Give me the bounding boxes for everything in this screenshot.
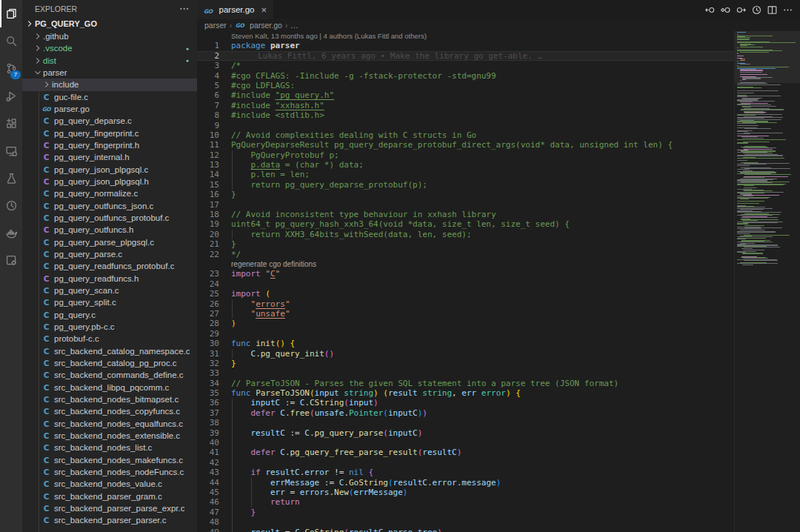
tree-item-file[interactable]: Cpg_query.c [22, 309, 197, 321]
tree-item-file[interactable]: Csrc_backend_catalog_namespace.c [22, 345, 197, 357]
line-number[interactable]: 5 [197, 81, 219, 90]
tree-item-file[interactable]: Csrc_backend_nodes_bitmapset.c [22, 393, 197, 405]
line-number[interactable]: 13 [197, 160, 219, 170]
code-line[interactable]: 24 [197, 279, 735, 289]
code-line[interactable]: 27 "unsafe" [197, 309, 735, 319]
line-number[interactable]: 26 [197, 299, 219, 309]
tree-item-file[interactable]: Cpg_query_outfuncs.h [22, 224, 197, 236]
code-line[interactable]: 31 C.pg_query_init() [197, 349, 735, 359]
code-line[interactable]: 15 return pg_query_deparse_protobuf(p); [197, 180, 735, 190]
line-number[interactable]: 33 [197, 368, 219, 378]
code-line[interactable]: 28) [197, 319, 735, 328]
line-number[interactable]: 7 [197, 101, 219, 110]
close-icon[interactable]: × [261, 5, 267, 15]
explorer-root-folder[interactable]: PG_QUERY_GO [22, 17, 197, 30]
code-line[interactable]: 20 return XXH3_64bits_withSeed(data, len… [197, 230, 735, 239]
line-number[interactable]: 20 [197, 230, 219, 239]
tree-item-file[interactable]: Csrc_backend_nodes_copyfuncs.c [22, 405, 197, 417]
code-line[interactable]: 32} [197, 359, 735, 368]
testing-icon[interactable] [0, 164, 22, 192]
line-number[interactable]: 25 [197, 289, 219, 299]
code-line[interactable]: 1package parser [197, 41, 735, 50]
line-number[interactable]: 27 [197, 309, 219, 319]
line-number[interactable]: 42 [197, 458, 219, 468]
tree-item-file[interactable]: Csrc_backend_parser_parse_expr.c [22, 502, 197, 514]
line-number[interactable]: 48 [197, 517, 219, 527]
prev-change-icon[interactable] [704, 4, 716, 16]
code-line[interactable]: 14 p.len = len; [197, 170, 735, 179]
code-line[interactable]: 18// Avoid inconsistent type behaviour i… [197, 210, 735, 219]
source-control-icon[interactable]: 7 [0, 55, 22, 82]
line-number[interactable]: 44 [197, 478, 219, 488]
code-line[interactable]: 35func ParseToJSON(input string) (result… [197, 388, 735, 398]
line-number[interactable]: 39 [197, 428, 219, 438]
line-number[interactable]: 41 [197, 448, 219, 457]
explorer-icon[interactable] [0, 0, 22, 27]
line-number[interactable]: 21 [197, 239, 219, 249]
line-number[interactable]: 6 [197, 90, 219, 100]
line-number[interactable]: 31 [197, 349, 219, 359]
code-line[interactable]: 9 [197, 121, 735, 130]
tree-item-file[interactable]: Csrc_backend_parser_parser.c [22, 514, 197, 526]
more-icon[interactable] [781, 4, 794, 16]
tree-item-file[interactable]: Cpg_query_readfuncs_protobuf.c [22, 260, 197, 272]
tree-item-file[interactable]: Cpg_query.pb-c.c [22, 321, 197, 333]
tree-item-file[interactable]: Cpg_query_split.c [22, 296, 197, 308]
docker-icon[interactable] [0, 219, 22, 247]
tree-item-file[interactable]: Cpg_query_readfuncs.h [22, 273, 197, 285]
line-number[interactable]: 30 [197, 339, 219, 348]
line-number[interactable]: 22 [197, 250, 219, 259]
line-number[interactable]: 24 [197, 279, 219, 289]
extensions-icon[interactable] [0, 110, 22, 137]
line-number[interactable]: 28 [197, 319, 219, 328]
tree-item-file[interactable]: Cpg_query_json_plpgsql.h [22, 176, 197, 187]
code-line[interactable]: 12 PgQueryProtobuf p; [197, 150, 735, 160]
tree-item-file[interactable]: Cpg_query_outfuncs_protobuf.c [22, 212, 197, 224]
line-number[interactable]: 17 [197, 200, 219, 210]
code-line[interactable]: 10// Avoid complexities dealing with C s… [197, 130, 735, 140]
breadcrumb-item[interactable]: parser [204, 21, 227, 30]
tree-item-file[interactable]: Csrc_backend_nodes_value.c [22, 478, 197, 490]
line-number[interactable] [197, 31, 219, 41]
code-line[interactable]: 47 } [197, 508, 735, 517]
line-number[interactable]: 43 [197, 468, 219, 477]
next-change-icon[interactable] [735, 4, 747, 16]
tree-item-file[interactable]: Cpg_query_fingerprint.h [22, 139, 197, 151]
tree-item-file[interactable]: Cpg_query_outfuncs_json.c [22, 200, 197, 212]
code-area[interactable]: Steven Kalt, 13 months ago | 4 authors (… [197, 31, 735, 532]
tree-item-file[interactable]: Csrc_backend_nodes_equalfuncs.c [22, 418, 197, 430]
code-line[interactable]: 4#cgo CFLAGS: -Iinclude -g -fstack-prote… [197, 71, 735, 81]
tree-item-file[interactable]: Cpg_query_fingerprint.c [22, 127, 197, 139]
line-number[interactable]: 2 [197, 51, 219, 61]
explorer-more-actions-icon[interactable]: ⋯ [179, 3, 190, 14]
code-line[interactable]: 22*/ [197, 250, 735, 259]
tree-item-folder[interactable]: parser [22, 67, 197, 79]
line-number[interactable]: 16 [197, 190, 219, 199]
line-number[interactable]: 14 [197, 170, 219, 179]
code-line[interactable]: 7#include "xxhash.h" [197, 101, 735, 110]
remote-explorer-icon[interactable] [0, 137, 22, 164]
tree-item-file[interactable]: Cpg_query_deparse.c [22, 115, 197, 127]
line-number[interactable]: 11 [197, 140, 219, 150]
line-number[interactable]: 4 [197, 71, 219, 81]
code-line[interactable]: 21} [197, 239, 735, 249]
line-number[interactable]: 1 [197, 41, 219, 50]
tree-item-file[interactable]: Cpg_query_parse_plpgsql.c [22, 236, 197, 248]
open-change-icon[interactable] [719, 4, 732, 16]
code-line[interactable]: 36 inputC := C.CString(input) [197, 398, 735, 408]
tree-item-file[interactable]: Cguc-file.c [22, 91, 197, 103]
code-line[interactable]: 40 [197, 438, 735, 448]
line-number[interactable]: 46 [197, 497, 219, 507]
line-number[interactable]: 32 [197, 359, 219, 368]
run-debug-icon[interactable] [0, 82, 22, 110]
code-line[interactable]: 49 result = C.GoString(resultC.parse_tre… [197, 528, 735, 532]
line-number[interactable]: 9 [197, 121, 219, 130]
line-number[interactable]: 15 [197, 180, 219, 190]
code-line[interactable]: 25import ( [197, 289, 735, 299]
line-number[interactable]: 40 [197, 438, 219, 448]
tree-item-file[interactable]: Cpg_query_scan.c [22, 285, 197, 296]
code-line[interactable]: 38 [197, 418, 735, 428]
line-number[interactable]: 18 [197, 210, 219, 219]
tree-item-file[interactable]: Csrc_backend_commands_define.c [22, 369, 197, 381]
tree-item-file[interactable]: Csrc_backend_catalog_pg_proc.c [22, 357, 197, 369]
